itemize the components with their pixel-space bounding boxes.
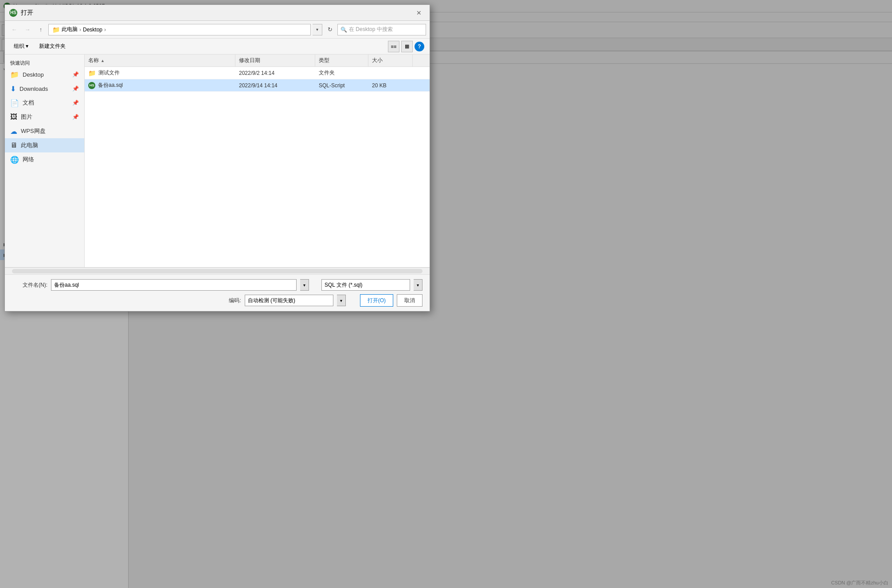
sql-file-icon: HS <box>88 82 95 89</box>
file-list-body: 📁 测试文件 2022/9/2 14:14 文件夹 HS 备份aa.sql <box>85 67 430 267</box>
nav-wps[interactable]: ☁ WPS网盘 <box>5 124 84 138</box>
folder-icon: 📁 <box>88 70 96 77</box>
search-icon: 🔍 <box>340 27 347 33</box>
nav-back-button[interactable]: ← <box>8 24 20 35</box>
dialog-body: 快速访问 📁 Desktop 📌 ⬇ Downloads 📌 📄 文档 <box>5 55 430 267</box>
col-name-sort-icon: ▲ <box>101 58 105 63</box>
nav-desktop-pin: 📌 <box>72 71 79 78</box>
file-row-folder[interactable]: 📁 测试文件 2022/9/2 14:14 文件夹 <box>85 67 430 79</box>
filename-row: 文件名(N): 备份aa.sql ▾ SQL 文件 (*.sql) ▾ <box>12 279 423 291</box>
nav-desktop-icon: 📁 <box>10 70 19 79</box>
filename-value: 备份aa.sql <box>54 281 293 289</box>
sql-file-type: SQL-Script <box>315 79 368 91</box>
col-header-type[interactable]: 类型 <box>315 55 368 66</box>
col-header-size[interactable]: 大小 <box>368 55 413 66</box>
nav-quick-access-label: 快速访问 <box>5 58 84 67</box>
dialog-close-button[interactable]: ✕ <box>413 7 425 19</box>
path-sep-1: › <box>79 27 81 33</box>
nav-up-button[interactable]: ↑ <box>35 24 47 35</box>
path-folder-icon: 📁 <box>52 26 60 33</box>
nav-documents-pin: 📌 <box>72 100 79 106</box>
folder-size <box>368 67 413 79</box>
filetype-select[interactable]: SQL 文件 (*.sql) <box>321 279 410 291</box>
dialog-title-bar: HS 打开 ✕ <box>5 5 430 21</box>
nav-mypc-icon: 🖥 <box>10 141 17 149</box>
dialog-nav-pane: 快速访问 📁 Desktop 📌 ⬇ Downloads 📌 📄 文档 <box>5 55 85 267</box>
nav-mypc-label: 此电脑 <box>21 141 38 149</box>
dialog-app-icon: HS <box>9 9 17 17</box>
dialog-address-bar: ← → ↑ 📁 此电脑 › Desktop › ▾ ↻ 🔍 在 Desktop … <box>5 21 430 39</box>
file-row-sql[interactable]: HS 备份aa.sql 2022/9/14 14:14 SQL-Script 2… <box>85 79 430 92</box>
nav-pictures-label: 图片 <box>21 113 32 121</box>
nav-documents[interactable]: 📄 文档 📌 <box>5 96 84 110</box>
dialog-title-text: 打开 <box>21 9 33 17</box>
nav-downloads-icon: ⬇ <box>10 85 16 93</box>
filetype-value: SQL 文件 (*.sql) <box>325 281 407 289</box>
nav-documents-icon: 📄 <box>10 99 19 107</box>
dialog-toolbar: 组织 ▾ 新建文件夹 ≡≡ ▦ ? <box>5 39 430 55</box>
path-desktop: Desktop <box>83 27 102 33</box>
dialog-file-list: 名称 ▲ 修改日期 类型 大小 <box>85 55 430 267</box>
path-dropdown-button[interactable]: ▾ <box>313 24 322 35</box>
sql-file-date: 2022/9/14 14:14 <box>235 79 315 91</box>
new-folder-label: 新建文件夹 <box>39 43 66 49</box>
nav-forward-button[interactable]: → <box>22 24 33 35</box>
sql-file-name: 备份aa.sql <box>98 82 123 89</box>
nav-downloads-pin: 📌 <box>72 86 79 92</box>
folder-type: 文件夹 <box>315 67 368 79</box>
nav-wps-icon: ☁ <box>10 127 17 136</box>
filetype-dropdown-button[interactable]: ▾ <box>414 279 423 291</box>
dialog-toolbar-left: 组织 ▾ 新建文件夹 <box>10 41 69 51</box>
organize-button[interactable]: 组织 ▾ <box>10 41 32 51</box>
nav-downloads[interactable]: ⬇ Downloads 📌 <box>5 82 84 96</box>
sql-file-size: 20 KB <box>368 79 413 91</box>
nav-desktop-label: Desktop <box>23 71 44 78</box>
search-placeholder: 在 Desktop 中搜索 <box>349 26 393 33</box>
horizontal-scrollbar[interactable] <box>5 267 430 274</box>
encoding-row: 编码: 自动检测 (可能失败) ▾ 打开(O) 取消 <box>12 294 423 307</box>
nav-network-icon: 🌐 <box>10 156 19 164</box>
new-folder-button[interactable]: 新建文件夹 <box>35 41 69 51</box>
modal-overlay: HS 打开 ✕ ← → ↑ 📁 此电脑 › Desktop › ▾ ↻ <box>0 0 892 588</box>
col-header-date[interactable]: 修改日期 <box>235 55 315 66</box>
view-list-button[interactable]: ≡≡ <box>388 41 399 52</box>
cancel-button[interactable]: 取消 <box>397 294 423 307</box>
address-path[interactable]: 📁 此电脑 › Desktop › <box>48 24 311 35</box>
col-header-name[interactable]: 名称 ▲ <box>85 55 235 66</box>
nav-downloads-label: Downloads <box>20 86 48 92</box>
file-dialog: HS 打开 ✕ ← → ↑ 📁 此电脑 › Desktop › ▾ ↻ <box>4 4 430 312</box>
nav-mypc[interactable]: 🖥 此电脑 <box>5 138 84 152</box>
nav-wps-label: WPS网盘 <box>21 127 46 135</box>
filename-input[interactable]: 备份aa.sql <box>51 279 297 291</box>
search-box[interactable]: 🔍 在 Desktop 中搜索 <box>337 24 426 35</box>
encoding-select[interactable]: 自动检测 (可能失败) <box>245 295 333 306</box>
encoding-label: 编码: <box>229 297 241 304</box>
organize-label: 组织 ▾ <box>14 43 28 50</box>
refresh-button[interactable]: ↻ <box>324 24 336 35</box>
nav-pictures[interactable]: 🖼 图片 📌 <box>5 110 84 124</box>
path-computer: 此电脑 <box>62 26 78 33</box>
dialog-bottom-bar: 文件名(N): 备份aa.sql ▾ SQL 文件 (*.sql) ▾ 编码: … <box>5 274 430 311</box>
nav-pictures-pin: 📌 <box>72 114 79 120</box>
encoding-dropdown-button[interactable]: ▾ <box>337 295 346 306</box>
view-details-button[interactable]: ▦ <box>401 41 413 52</box>
open-button[interactable]: 打开(O) <box>360 294 393 307</box>
filename-dropdown-button[interactable]: ▾ <box>300 279 309 291</box>
nav-pictures-icon: 🖼 <box>10 113 17 121</box>
dialog-toolbar-right: ≡≡ ▦ ? <box>388 41 424 52</box>
file-list-header: 名称 ▲ 修改日期 类型 大小 <box>85 55 430 67</box>
encoding-value: 自动检测 (可能失败) <box>248 297 330 304</box>
filename-label: 文件名(N): <box>12 281 47 289</box>
folder-date: 2022/9/2 14:14 <box>235 67 315 79</box>
help-button[interactable]: ? <box>415 42 424 51</box>
path-sep-2: › <box>104 27 106 33</box>
nav-network[interactable]: 🌐 网络 <box>5 152 84 167</box>
nav-documents-label: 文档 <box>23 99 34 107</box>
nav-network-label: 网络 <box>23 156 34 164</box>
nav-desktop[interactable]: 📁 Desktop 📌 <box>5 67 84 82</box>
folder-name: 测试文件 <box>98 69 120 77</box>
dialog-title-left: HS 打开 <box>9 9 33 17</box>
